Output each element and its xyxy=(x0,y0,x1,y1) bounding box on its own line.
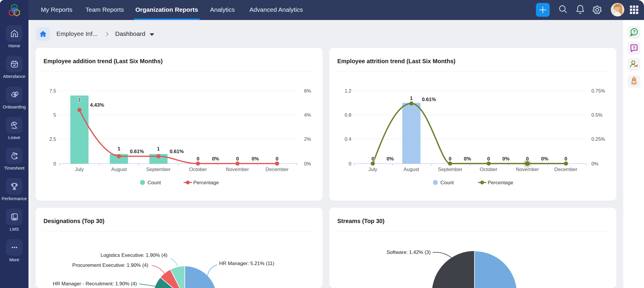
svg-text:November: November xyxy=(226,167,249,172)
svg-text:?: ? xyxy=(633,29,636,34)
svg-text:0: 0 xyxy=(449,156,451,162)
svg-text:0.5%: 0.5% xyxy=(591,112,603,118)
svg-text:0%: 0% xyxy=(464,156,471,162)
svg-text:0%: 0% xyxy=(387,156,394,162)
svg-text:2.5: 2.5 xyxy=(49,136,56,142)
svg-text:Count: Count xyxy=(147,180,161,185)
svg-text:1: 1 xyxy=(157,146,160,152)
svg-text:0.61%: 0.61% xyxy=(170,149,184,154)
svg-text:7.5: 7.5 xyxy=(49,88,56,93)
svg-text:4%: 4% xyxy=(304,112,311,118)
svg-text:0: 0 xyxy=(349,161,351,166)
svg-text:October: October xyxy=(189,167,207,172)
svg-text:0.4: 0.4 xyxy=(345,136,351,142)
svg-text:Software: 1.42% (3): Software: 1.42% (3) xyxy=(387,250,431,255)
svg-text:?: ? xyxy=(633,45,635,50)
svg-text:0: 0 xyxy=(197,156,199,162)
svg-text:Count: Count xyxy=(440,180,454,185)
svg-text:July: July xyxy=(368,167,378,172)
svg-text:September: September xyxy=(146,167,170,172)
svg-text:HR Manager: 5.21% (11): HR Manager: 5.21% (11) xyxy=(219,261,274,266)
svg-text:0: 0 xyxy=(53,161,56,166)
svg-text:0: 0 xyxy=(487,156,490,162)
svg-text:0.61%: 0.61% xyxy=(130,149,144,154)
svg-text:Percentage: Percentage xyxy=(488,180,513,185)
svg-text:1: 1 xyxy=(118,146,120,152)
svg-text:August: August xyxy=(111,167,127,172)
svg-text:Procurement Executive: 1.90% (: Procurement Executive: 1.90% (4) xyxy=(72,262,148,268)
svg-text:6%: 6% xyxy=(304,88,311,93)
svg-text:0: 0 xyxy=(564,156,567,162)
svg-text:August: August xyxy=(404,167,419,172)
svg-text:0%: 0% xyxy=(304,161,311,166)
svg-text:0.8: 0.8 xyxy=(345,112,351,118)
svg-text:0%: 0% xyxy=(591,161,598,166)
svg-text:0%: 0% xyxy=(502,156,510,162)
svg-text:December: December xyxy=(266,167,289,172)
svg-text:September: September xyxy=(438,167,462,172)
svg-text:0: 0 xyxy=(371,156,374,162)
svg-text:October: October xyxy=(480,167,498,172)
svg-text:7: 7 xyxy=(78,98,80,103)
svg-text:5: 5 xyxy=(53,112,56,118)
svg-text:0.61%: 0.61% xyxy=(422,97,436,102)
svg-text:Percentage: Percentage xyxy=(193,180,219,185)
svg-text:0%: 0% xyxy=(252,156,259,162)
svg-text:4.43%: 4.43% xyxy=(90,102,104,108)
svg-text:2%: 2% xyxy=(304,136,311,142)
svg-text:July: July xyxy=(75,167,84,172)
svg-text:0.25%: 0.25% xyxy=(591,136,605,142)
svg-text:0: 0 xyxy=(526,156,529,162)
svg-text:0%: 0% xyxy=(212,156,219,162)
svg-text:Logistics Executive: 1.90% (4): Logistics Executive: 1.90% (4) xyxy=(100,252,167,258)
svg-text:December: December xyxy=(554,167,578,172)
svg-text:1.2: 1.2 xyxy=(345,88,351,93)
svg-text:HR Manager - Recruitment: 1.90: HR Manager - Recruitment: 1.90% (4) xyxy=(53,281,137,287)
svg-text:0%: 0% xyxy=(541,156,549,162)
svg-text:0: 0 xyxy=(236,156,239,162)
svg-text:1: 1 xyxy=(410,96,412,101)
svg-text:0: 0 xyxy=(276,156,278,162)
svg-text:0.75%: 0.75% xyxy=(591,88,605,93)
